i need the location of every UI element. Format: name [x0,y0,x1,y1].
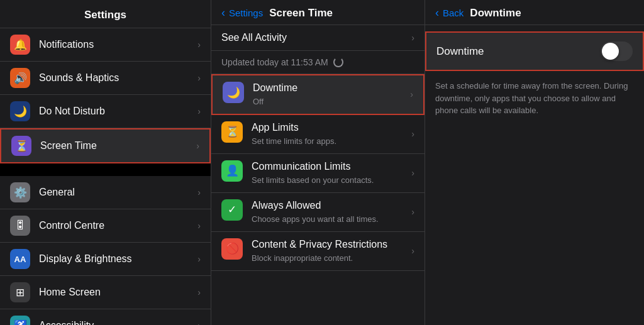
downtime-title: Downtime [253,82,410,95]
display-brightness-chevron-icon: › [197,254,201,264]
menu-item-downtime[interactable]: 🌙DowntimeOff› [211,74,425,115]
sidebar-item-do-not-disturb[interactable]: 🌙Do Not Disturb› [0,95,211,128]
sounds-haptics-chevron-icon: › [197,73,201,83]
see-all-text: See All Activity [221,32,287,43]
notifications-label: Notifications [39,39,197,50]
display-brightness-icon: AA [10,249,30,269]
control-centre-icon: 🎛 [10,216,30,236]
always-allowed-content: Always AllowedChoose apps you want at al… [252,199,411,225]
downtime-menu-icon: 🌙 [223,82,244,103]
settings-divider [0,163,211,176]
content-privacy-subtitle: Block inappropriate content. [252,253,411,264]
menu-item-app-limits[interactable]: ⏳App LimitsSet time limits for apps.› [211,115,425,154]
sidebar-item-accessibility[interactable]: ♿Accessibility› [0,309,211,325]
accessibility-chevron-icon: › [197,321,201,325]
content-privacy-title: Content & Privacy Restrictions [252,238,411,251]
downtime-toggle-row: Downtime [425,31,644,71]
notifications-icon: 🔔 [10,35,30,55]
sidebar-item-display-brightness[interactable]: AADisplay & Brightness› [0,243,211,276]
menu-item-always-allowed[interactable]: ✓Always AllowedChoose apps you want at a… [211,193,425,232]
downtime-content: DowntimeOff [253,82,410,107]
see-all-chevron-icon: › [411,33,414,43]
updated-row: Updated today at 11:53 AM [211,51,425,74]
accessibility-label: Accessibility [39,320,197,325]
always-allowed-menu-icon: ✓ [221,199,243,221]
general-icon: ⚙️ [10,182,30,202]
middle-back-link[interactable]: Settings [229,8,263,18]
do-not-disturb-icon: 🌙 [10,101,30,121]
communication-limits-title: Communication Limits [252,160,411,174]
sidebar-item-sounds-haptics[interactable]: 🔊Sounds & Haptics› [0,62,211,95]
sidebar-item-notifications[interactable]: 🔔Notifications› [0,28,211,62]
settings-panel: Settings 🔔Notifications›🔊Sounds & Haptic… [0,0,211,325]
sidebar-item-control-centre[interactable]: 🎛Control Centre› [0,209,211,243]
content-privacy-menu-icon: 🚫 [221,238,243,260]
screen-time-panel: ‹ Settings Screen Time See All Activity … [211,0,425,325]
middle-panel-title: Screen Time [269,7,333,19]
sidebar-item-screen-time[interactable]: ⏳Screen Time› [0,128,211,163]
loading-spinner-icon [333,57,343,67]
general-label: General [39,187,197,198]
updated-text: Updated today at 11:53 AM [221,57,328,67]
downtime-toggle-label: Downtime [436,45,484,58]
app-limits-content: App LimitsSet time limits for apps. [252,121,411,147]
right-back-link[interactable]: Back [443,8,464,18]
screen-time-chevron-icon: › [196,141,199,151]
app-limits-subtitle: Set time limits for apps. [252,136,411,147]
app-limits-menu-icon: ⏳ [221,121,243,143]
screen-time-icon: ⏳ [11,136,31,156]
accessibility-icon: ♿ [10,316,30,325]
communication-limits-chevron-icon: › [411,168,414,178]
downtime-chevron-icon: › [410,89,413,99]
menu-item-communication-limits[interactable]: 👤Communication LimitsSet limits based on… [211,154,425,193]
control-centre-chevron-icon: › [197,221,201,231]
settings-list: 🔔Notifications›🔊Sounds & Haptics›🌙Do Not… [0,28,211,325]
menu-item-content-privacy[interactable]: 🚫Content & Privacy RestrictionsBlock ina… [211,232,425,271]
right-panel-title: Downtime [470,7,521,19]
right-back-chevron-icon: ‹ [435,6,439,19]
home-screen-label: Home Screen [39,287,197,298]
left-panel-header: Settings [0,0,211,28]
sounds-haptics-label: Sounds & Haptics [39,72,197,84]
notifications-chevron-icon: › [197,40,201,50]
always-allowed-title: Always Allowed [252,199,411,212]
content-privacy-chevron-icon: › [411,246,414,256]
content-privacy-content: Content & Privacy RestrictionsBlock inap… [252,238,411,264]
app-limits-title: App Limits [252,121,411,135]
sidebar-item-general[interactable]: ⚙️General› [0,176,211,209]
downtime-subtitle: Off [253,96,410,107]
sidebar-item-home-screen[interactable]: ⊞Home Screen› [0,276,211,309]
communication-limits-content: Communication LimitsSet limits based on … [252,160,411,186]
always-allowed-subtitle: Choose apps you want at all times. [252,214,411,225]
home-screen-icon: ⊞ [10,282,30,302]
see-all-activity-row[interactable]: See All Activity › [211,25,425,51]
control-centre-label: Control Centre [39,220,197,231]
middle-menu-list: 🌙DowntimeOff›⏳App LimitsSet time limits … [211,74,425,271]
middle-back-chevron-icon: ‹ [221,6,225,19]
screen-time-label: Screen Time [40,140,196,151]
home-screen-chevron-icon: › [197,287,201,297]
general-chevron-icon: › [197,187,201,197]
app-limits-chevron-icon: › [411,129,414,139]
communication-limits-subtitle: Set limits based on your contacts. [252,175,411,186]
downtime-description: Set a schedule for time away from the sc… [425,71,644,126]
downtime-panel: ‹ Back Downtime Downtime Set a schedule … [425,0,644,325]
sounds-haptics-icon: 🔊 [10,68,30,88]
left-panel-title: Settings [84,9,126,21]
always-allowed-chevron-icon: › [411,207,414,217]
do-not-disturb-chevron-icon: › [197,106,201,116]
display-brightness-label: Display & Brightness [39,253,197,265]
toggle-knob [602,43,619,60]
right-panel-header: ‹ Back Downtime [425,0,644,25]
do-not-disturb-label: Do Not Disturb [39,106,197,117]
communication-limits-menu-icon: 👤 [221,160,243,182]
middle-header: ‹ Settings Screen Time [211,0,425,25]
downtime-toggle[interactable] [601,41,633,61]
